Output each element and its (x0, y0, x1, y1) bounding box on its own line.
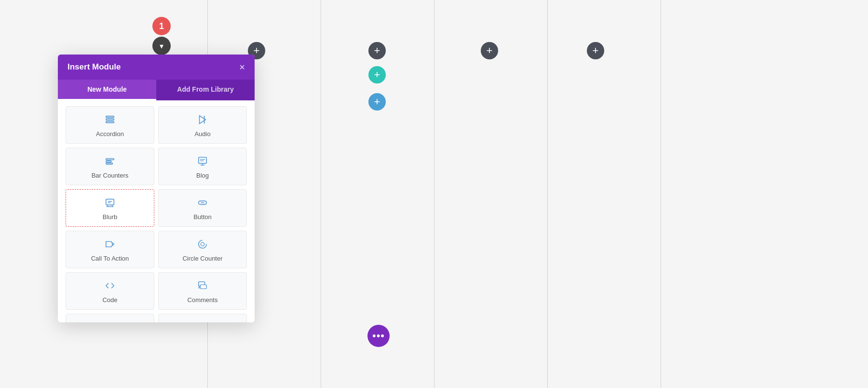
module-item-blurb[interactable]: Blurb (66, 189, 154, 227)
modal-header: Insert Module × (58, 55, 255, 80)
svg-rect-7 (106, 163, 113, 165)
module-item-bar-counters[interactable]: Bar Counters (66, 148, 154, 185)
canvas-plus-2[interactable]: + (368, 42, 386, 59)
accordion-icon (105, 114, 115, 126)
svg-rect-14 (200, 285, 206, 289)
canvas-plus-teal[interactable]: + (368, 66, 386, 83)
canvas-plus-blue[interactable]: + (368, 93, 386, 111)
blurb-icon (105, 197, 115, 209)
audio-icon (197, 114, 208, 126)
comments-label: Comments (188, 296, 218, 304)
divider-4 (547, 0, 548, 388)
arrow-down-button[interactable]: ▾ (152, 37, 171, 55)
code-icon (105, 280, 115, 292)
svg-rect-4 (204, 116, 205, 124)
bar-counters-label: Bar Counters (92, 172, 129, 179)
module-item-call-to-action[interactable]: Call To Action (66, 231, 154, 268)
module-item-countdown[interactable]: Countdown Timer (158, 314, 247, 322)
svg-point-12 (201, 242, 204, 246)
modal-close-button[interactable]: × (239, 62, 245, 72)
divider-5 (661, 0, 661, 388)
code-label: Code (102, 296, 117, 304)
svg-rect-5 (106, 159, 114, 160)
contact-form-icon (105, 322, 115, 322)
svg-rect-0 (106, 116, 114, 118)
module-item-button[interactable]: Button (158, 189, 247, 227)
accordion-label: Accordion (96, 130, 124, 138)
canvas-plus-4[interactable]: + (587, 42, 604, 59)
module-item-accordion[interactable]: Accordion (66, 106, 154, 144)
svg-rect-9 (106, 199, 114, 205)
button-icon (197, 197, 208, 209)
modal-body: Accordion Audio Bar Counters (58, 100, 255, 322)
module-item-circle-counter[interactable]: Circle Counter (158, 231, 247, 268)
tab-add-from-library[interactable]: Add From Library (156, 80, 255, 100)
button-label: Button (193, 213, 212, 221)
svg-rect-2 (106, 122, 114, 123)
divider-3 (434, 0, 434, 388)
call-to-action-label: Call To Action (91, 255, 129, 262)
module-item-audio[interactable]: Audio (158, 106, 247, 144)
blurb-label: Blurb (103, 213, 117, 221)
modal-tabs: New Module Add From Library (58, 80, 255, 100)
circle-counter-label: Circle Counter (182, 255, 222, 262)
circle-counter-icon (197, 239, 208, 251)
modal-title: Insert Module (68, 62, 121, 72)
module-item-comments[interactable]: Comments (158, 272, 247, 310)
module-item-contact-form[interactable]: Contact Form (66, 314, 154, 322)
blog-label: Blog (196, 172, 209, 179)
module-grid: Accordion Audio Bar Counters (66, 106, 247, 322)
dots-menu-button[interactable]: ••• (367, 325, 390, 347)
svg-rect-8 (199, 157, 207, 164)
svg-rect-6 (106, 161, 111, 162)
divider-2 (321, 0, 321, 388)
canvas-plus-3[interactable]: + (481, 42, 498, 59)
tab-new-module[interactable]: New Module (58, 80, 156, 100)
bar-counters-icon (105, 156, 115, 168)
comments-icon (197, 280, 208, 292)
step-badge: 1 (152, 17, 171, 35)
svg-rect-1 (106, 119, 114, 120)
module-item-blog[interactable]: Blog (158, 148, 247, 185)
call-to-action-icon (105, 239, 115, 251)
insert-module-modal: Insert Module × New Module Add From Libr… (58, 55, 255, 322)
audio-label: Audio (194, 130, 210, 138)
blog-icon (197, 156, 208, 168)
countdown-icon (197, 322, 208, 322)
module-item-code[interactable]: Code (66, 272, 154, 310)
